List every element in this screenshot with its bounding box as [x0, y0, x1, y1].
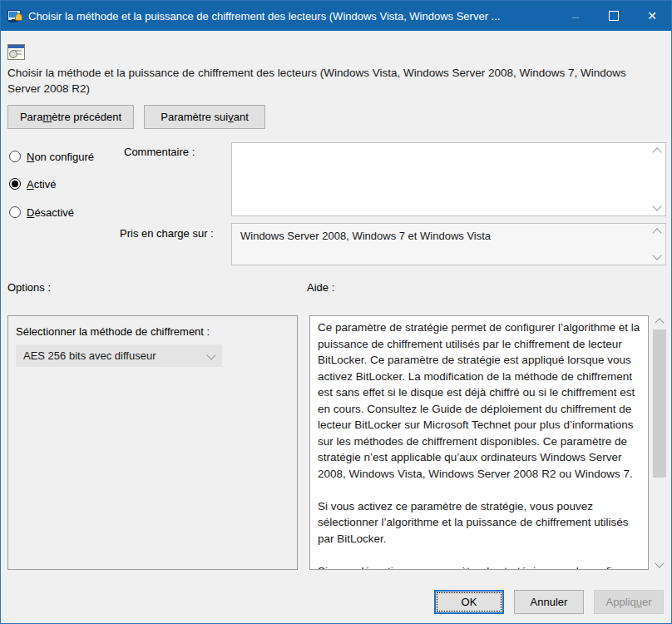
policy-title: Choisir la méthode et la puissance de ch… — [7, 65, 656, 97]
title-bar[interactable]: Choisir la méthode et la puissance de ch… — [1, 1, 671, 31]
radio-label: Non configuré — [27, 151, 94, 163]
supported-on-box: Windows Server 2008, Windows 7 et Window… — [231, 223, 666, 265]
radio-not-configured[interactable]: Non configuré — [9, 149, 94, 164]
radio-label: Désactivé — [27, 206, 74, 219]
ok-button[interactable]: OK — [434, 590, 504, 614]
close-button[interactable]: ✕ — [633, 1, 671, 31]
encryption-method-label: Sélectionner la méthode de chiffrement : — [16, 325, 210, 338]
minimize-icon: – — [572, 9, 579, 23]
help-text-box[interactable]: Ce paramètre de stratégie permet de conf… — [309, 315, 649, 570]
help-scrollbar[interactable] — [652, 315, 667, 570]
scroll-down-icon[interactable] — [650, 201, 664, 212]
window-title: Choisir la méthode et la puissance de ch… — [28, 10, 556, 22]
scroll-up-icon[interactable] — [650, 146, 664, 158]
help-label: Aide : — [307, 281, 334, 294]
radio-enabled[interactable]: Activé — [9, 176, 56, 191]
minimize-button[interactable]: – — [556, 1, 595, 31]
scroll-up-icon[interactable] — [652, 315, 667, 329]
policy-icon — [7, 44, 25, 60]
radio-circle-selected — [9, 178, 21, 190]
radio-disabled[interactable]: Désactivé — [9, 205, 74, 220]
help-paragraph: Si vous activez ce paramètre de stratégi… — [318, 498, 641, 547]
maximize-button[interactable] — [595, 1, 633, 31]
dropdown-value: AES 256 bits avec diffuseur — [23, 349, 156, 362]
previous-setting-button[interactable]: Paramètre précédent — [7, 105, 134, 129]
encryption-method-dropdown[interactable]: AES 256 bits avec diffuseur — [16, 344, 222, 367]
help-paragraph: Si vous désactivez ce paramètre de strat… — [318, 563, 641, 571]
supported-on-label: Pris en charge sur : — [120, 227, 214, 240]
apply-button: Appliquer — [594, 590, 664, 614]
cancel-button[interactable]: Annuler — [514, 590, 584, 614]
scroll-up-icon[interactable] — [650, 227, 664, 239]
scrollbar-thumb[interactable] — [653, 329, 666, 478]
app-icon — [7, 10, 22, 22]
comment-label: Commentaire : — [124, 146, 195, 158]
policy-setting-dialog: Choisir la méthode et la puissance de ch… — [0, 0, 672, 624]
radio-circle — [9, 151, 21, 162]
close-icon: ✕ — [647, 9, 657, 22]
maximize-icon — [609, 11, 619, 21]
radio-label: Activé — [27, 178, 56, 191]
chevron-down-icon — [208, 352, 215, 359]
scroll-down-icon[interactable] — [650, 250, 664, 261]
options-label: Options : — [7, 281, 51, 294]
scroll-down-icon[interactable] — [652, 556, 667, 570]
comment-textarea[interactable] — [231, 142, 666, 216]
help-paragraph: Ce paramètre de stratégie permet de conf… — [318, 319, 641, 482]
next-setting-button[interactable]: Paramètre suivant — [144, 105, 265, 129]
supported-on-value: Windows Server 2008, Windows 7 et Window… — [240, 230, 491, 242]
radio-circle — [9, 206, 21, 218]
